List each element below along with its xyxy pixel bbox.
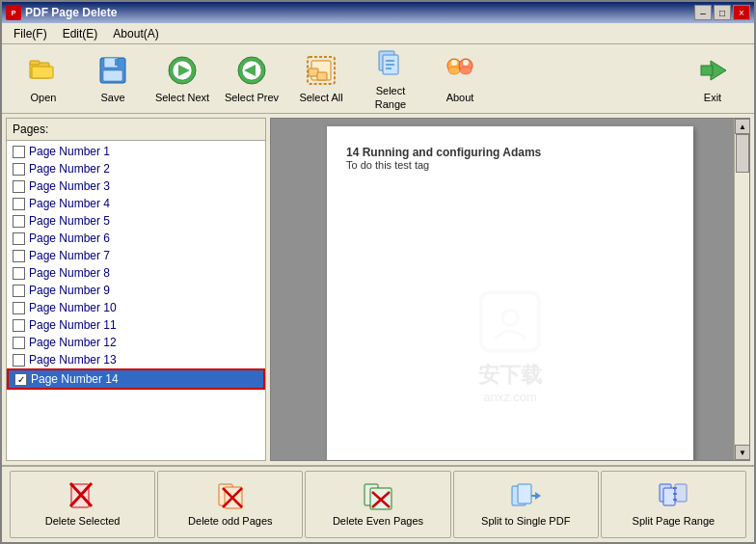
menu-edit[interactable]: Edit(E) xyxy=(55,25,106,42)
svg-point-29 xyxy=(460,67,472,74)
page-item-9[interactable]: Page Number 9 xyxy=(7,282,265,299)
close-button[interactable]: × xyxy=(733,5,750,20)
select-prev-icon xyxy=(234,53,269,88)
page-label-5: Page Number 5 xyxy=(29,214,110,228)
watermark-text: 安下载 xyxy=(472,361,549,390)
split-range-button[interactable]: Split Page Range xyxy=(601,471,746,538)
title-text: PDF Page Delete xyxy=(25,6,117,19)
delete-odd-icon xyxy=(215,480,246,511)
page-checkbox-7[interactable] xyxy=(13,250,25,262)
scrollbar-vertical[interactable]: ▲ ▼ xyxy=(734,119,749,460)
page-checkbox-8[interactable] xyxy=(13,267,25,280)
split-range-label: Split Page Range xyxy=(633,515,716,528)
page-item-12[interactable]: Page Number 12 xyxy=(7,334,265,351)
page-label-12: Page Number 12 xyxy=(29,336,117,349)
select-range-button[interactable]: Select Range xyxy=(357,50,424,108)
page-item-11[interactable]: Page Number 11 xyxy=(7,316,265,334)
save-button[interactable]: Save xyxy=(79,50,147,108)
split-single-button[interactable]: Split to Single PDF xyxy=(453,471,599,538)
page-label-2: Page Number 2 xyxy=(29,162,110,176)
scrollbar-down-button[interactable]: ▼ xyxy=(735,445,750,460)
page-checkbox-14[interactable]: ✓ xyxy=(14,373,27,386)
page-label-1: Page Number 1 xyxy=(29,145,110,158)
page-item-4[interactable]: Page Number 4 xyxy=(7,195,265,212)
select-prev-label: Select Prev xyxy=(225,92,279,104)
page-checkbox-5[interactable] xyxy=(13,215,25,228)
select-all-icon xyxy=(304,53,338,88)
minimize-button[interactable]: – xyxy=(694,5,712,20)
svg-point-26 xyxy=(448,67,460,74)
page-number-label: 14 Running and configuring Adams xyxy=(346,146,541,159)
main-content: Pages: Page Number 1Page Number 2Page Nu… xyxy=(2,114,754,465)
app-icon: P xyxy=(6,5,21,20)
pdf-preview: 14 Running and configuring Adams To do t… xyxy=(270,118,750,461)
page-item-13[interactable]: Page Number 13 xyxy=(7,351,265,368)
title-bar: P PDF Page Delete – □ × xyxy=(2,2,754,23)
page-item-8[interactable]: Page Number 8 xyxy=(7,264,265,282)
svg-point-25 xyxy=(451,60,457,66)
page-checkbox-3[interactable] xyxy=(13,180,25,193)
svg-marker-48 xyxy=(535,492,541,500)
exit-button[interactable]: Exit xyxy=(679,50,746,108)
page-item-14[interactable]: ✓Page Number 14 xyxy=(7,368,265,390)
page-checkbox-11[interactable] xyxy=(13,319,25,332)
page-checkbox-2[interactable] xyxy=(13,163,25,176)
delete-odd-button[interactable]: Delete odd Pages xyxy=(157,471,303,538)
delete-even-icon xyxy=(363,480,393,511)
page-item-5[interactable]: Page Number 5 xyxy=(7,212,265,230)
title-bar-left: P PDF Page Delete xyxy=(6,5,117,20)
select-next-label: Select Next xyxy=(155,92,209,104)
page-checkbox-12[interactable] xyxy=(13,337,25,349)
page-item-7[interactable]: Page Number 7 xyxy=(7,247,265,264)
page-checkbox-6[interactable] xyxy=(13,232,25,245)
about-label: About xyxy=(446,92,474,104)
exit-icon xyxy=(695,53,730,88)
page-label-11: Page Number 11 xyxy=(29,318,117,332)
page-item-10[interactable]: Page Number 10 xyxy=(7,299,265,316)
page-item-3[interactable]: Page Number 3 xyxy=(7,177,265,195)
menu-bar: File(F) Edit(E) About(A) xyxy=(2,23,754,44)
menu-file[interactable]: File(F) xyxy=(6,25,55,42)
maximize-button[interactable]: □ xyxy=(714,5,731,20)
watermark-sub: anxz.com xyxy=(472,390,549,404)
page-checkbox-1[interactable] xyxy=(13,146,25,158)
page-label-3: Page Number 3 xyxy=(29,179,110,193)
page-label-8: Page Number 8 xyxy=(29,266,110,280)
pages-list[interactable]: Page Number 1Page Number 2Page Number 3P… xyxy=(7,141,265,460)
page-checkbox-9[interactable] xyxy=(13,285,25,297)
page-checkbox-4[interactable] xyxy=(13,198,25,210)
page-item-1[interactable]: Page Number 1 xyxy=(7,143,265,160)
scrollbar-thumb[interactable] xyxy=(736,134,749,173)
page-label-7: Page Number 7 xyxy=(29,249,110,262)
open-button[interactable]: Open xyxy=(10,50,77,108)
split-single-label: Split to Single PDF xyxy=(481,515,570,528)
pages-panel: Pages: Page Number 1Page Number 2Page Nu… xyxy=(6,118,266,461)
svg-rect-4 xyxy=(32,67,53,78)
scrollbar-track xyxy=(735,134,749,445)
page-checkbox-13[interactable] xyxy=(13,354,25,367)
pdf-page: 14 Running and configuring Adams To do t… xyxy=(327,126,693,460)
main-window: P PDF Page Delete – □ × File(F) Edit(E) … xyxy=(0,0,756,544)
delete-selected-button[interactable]: Delete Selected xyxy=(10,471,155,538)
delete-even-button[interactable]: Delete Even Pages xyxy=(305,471,450,538)
svg-rect-50 xyxy=(663,488,675,505)
save-icon xyxy=(95,53,130,88)
page-item-6[interactable]: Page Number 6 xyxy=(7,230,265,247)
select-all-label: Select All xyxy=(299,92,342,104)
select-next-button[interactable]: Select Next xyxy=(148,50,216,108)
svg-rect-3 xyxy=(30,61,40,65)
page-subheading: To do this test tag xyxy=(346,159,429,171)
svg-text:P: P xyxy=(12,10,16,16)
select-all-button[interactable]: Select All xyxy=(287,50,355,108)
page-checkbox-10[interactable] xyxy=(13,302,25,314)
select-prev-button[interactable]: Select Prev xyxy=(218,50,285,108)
svg-point-33 xyxy=(502,311,518,326)
pdf-preview-inner: 14 Running and configuring Adams To do t… xyxy=(271,119,749,460)
page-label-10: Page Number 10 xyxy=(29,301,117,314)
about-button[interactable]: About xyxy=(426,50,494,108)
scrollbar-up-button[interactable]: ▲ xyxy=(735,119,750,134)
page-label-9: Page Number 9 xyxy=(29,284,110,297)
delete-selected-label: Delete Selected xyxy=(45,515,121,528)
menu-about[interactable]: About(A) xyxy=(105,25,166,42)
page-item-2[interactable]: Page Number 2 xyxy=(7,160,265,177)
